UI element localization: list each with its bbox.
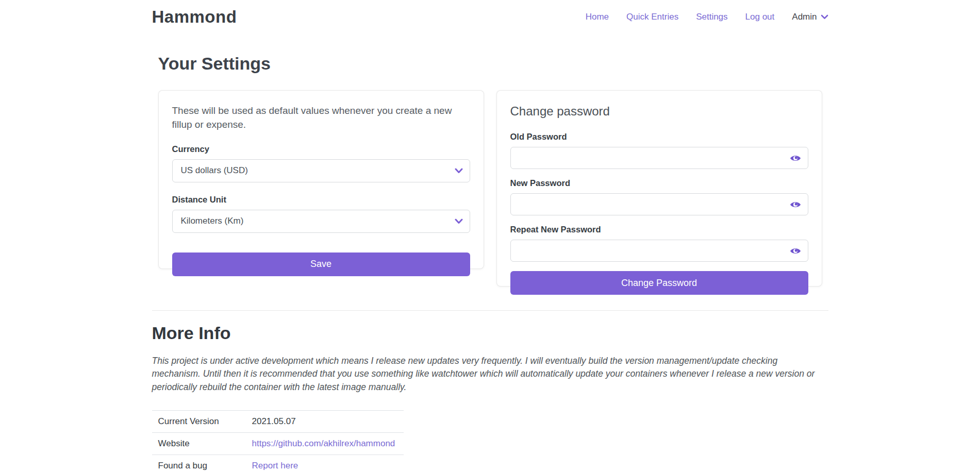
brand-logo[interactable]: Hammond	[152, 7, 237, 27]
repeat-password-field[interactable]	[510, 240, 808, 262]
eye-icon	[790, 247, 801, 255]
eye-icon	[790, 154, 801, 162]
change-password-card: Change password Old Password New Passwor…	[496, 90, 822, 287]
table-row: Found a bug Report here	[152, 455, 404, 471]
toggle-password-visibility-button[interactable]	[788, 198, 803, 211]
repeat-password-label: Repeat New Password	[510, 225, 808, 234]
admin-menu[interactable]: Admin	[792, 12, 828, 22]
table-row: Website https://github.com/akhilrex/hamm…	[152, 433, 404, 455]
nav-item-logout[interactable]: Log out	[745, 12, 775, 22]
distance-select-wrap: Kilometers (Km)	[172, 210, 470, 233]
old-password-label: Old Password	[510, 132, 808, 142]
nav-links: Home Quick Entries Settings Log out Admi…	[586, 12, 828, 22]
nav-item-settings[interactable]: Settings	[696, 12, 727, 22]
nav-item-home[interactable]: Home	[586, 12, 609, 22]
navbar: Hammond Home Quick Entries Settings Log …	[152, 0, 828, 32]
distance-selected-value: Kilometers (Km)	[181, 216, 244, 226]
old-password-field[interactable]	[510, 147, 808, 169]
info-row-label: Website	[152, 433, 246, 455]
new-password-group: New Password	[510, 178, 808, 215]
info-row-label: Current Version	[152, 411, 246, 433]
old-password-group: Old Password	[510, 132, 808, 169]
change-password-button[interactable]: Change Password	[510, 271, 808, 295]
table-row: Current Version 2021.05.07	[152, 411, 404, 433]
info-row-label: Found a bug	[152, 455, 246, 471]
section-divider	[152, 310, 828, 311]
more-info-note: This project is under active development…	[152, 355, 828, 394]
report-bug-link[interactable]: Report here	[252, 461, 298, 470]
admin-menu-label: Admin	[792, 12, 817, 22]
currency-selected-value: US dollars (USD)	[181, 165, 248, 176]
toggle-password-visibility-button[interactable]	[788, 244, 803, 258]
more-info-table: Current Version 2021.05.07 Website https…	[152, 410, 404, 471]
settings-cards: These will be used as default values whe…	[152, 90, 828, 287]
eye-icon	[790, 200, 801, 209]
distance-unit-select[interactable]: Kilometers (Km)	[172, 210, 470, 233]
more-info-title: More Info	[152, 323, 828, 343]
repeat-password-group: Repeat New Password	[510, 225, 808, 262]
defaults-card: These will be used as default values whe…	[158, 90, 484, 269]
toggle-password-visibility-button[interactable]	[788, 152, 803, 165]
nav-item-quick-entries[interactable]: Quick Entries	[626, 12, 678, 22]
new-password-label: New Password	[510, 178, 808, 188]
info-row-value: 2021.05.07	[246, 411, 404, 433]
main-content: Your Settings These will be used as defa…	[152, 54, 828, 471]
website-link[interactable]: https://github.com/akhilrex/hammond	[252, 439, 395, 448]
save-button[interactable]: Save	[172, 253, 470, 276]
currency-select[interactable]: US dollars (USD)	[172, 159, 470, 182]
new-password-field[interactable]	[510, 193, 808, 215]
currency-select-wrap: US dollars (USD)	[172, 159, 470, 182]
chevron-down-icon	[821, 12, 828, 22]
distance-unit-label: Distance Unit	[172, 195, 470, 205]
page-title: Your Settings	[152, 54, 828, 74]
defaults-description: These will be used as default values whe…	[172, 104, 469, 132]
change-password-title: Change password	[510, 104, 808, 119]
currency-label: Currency	[172, 144, 470, 154]
